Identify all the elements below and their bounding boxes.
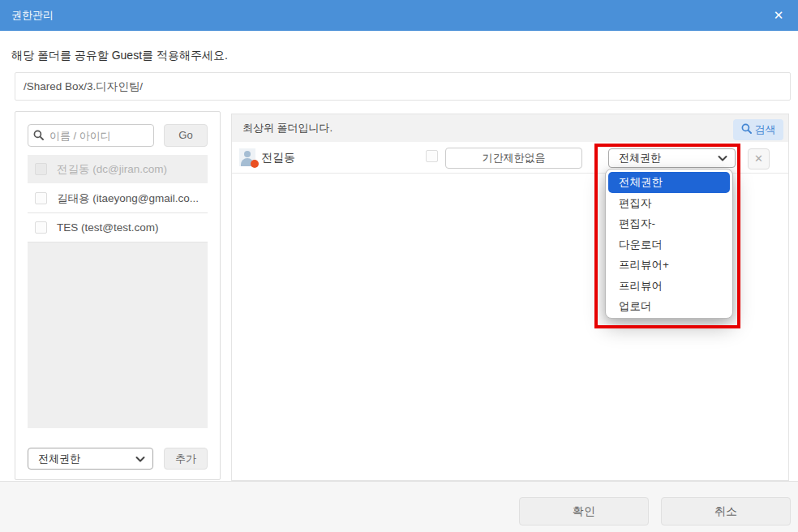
chevron-down-icon xyxy=(718,152,727,165)
search-icon xyxy=(33,130,44,143)
permission-dialog: 권한관리 ✕ 해당 폴더를 공유할 Guest를 적용해주세요. /Shared… xyxy=(0,0,798,532)
cancel-button[interactable]: 취소 xyxy=(661,497,791,526)
dialog-title: 권한관리 xyxy=(11,0,54,31)
dropdown-option-downloader[interactable]: 다운로더 xyxy=(606,234,732,255)
search-button-label: 검색 xyxy=(755,122,776,137)
dropdown-option-previewer[interactable]: 프리뷰어 xyxy=(606,276,732,297)
user1-label: 전길동 (dc@jiran.com) xyxy=(57,162,167,177)
search-button[interactable]: 검색 xyxy=(733,119,783,140)
period-limit-button[interactable]: 기간제한없음 xyxy=(445,148,582,169)
guest-permission-value: 전체권한 xyxy=(619,151,661,165)
list-item-user2[interactable]: 길태용 (itaeyong@gmail.co... xyxy=(28,184,208,213)
dialog-subtitle: 해당 폴더를 공유할 Guest를 적용해주세요. xyxy=(11,49,228,63)
user2-checkbox[interactable] xyxy=(35,192,47,204)
search-input-wrap xyxy=(28,124,154,147)
search-icon xyxy=(741,123,752,136)
user3-label: TES (test@test.com) xyxy=(57,221,158,234)
guest-name: 전길동 xyxy=(261,142,295,174)
avatar-status-dot xyxy=(251,160,259,168)
add-button[interactable]: 추가 xyxy=(164,448,208,470)
user-avatar xyxy=(239,148,255,166)
list-item-user3[interactable]: TES (test@test.com) xyxy=(28,213,208,242)
chevron-down-icon xyxy=(135,453,145,465)
dropdown-option-uploader[interactable]: 업로더 xyxy=(606,296,732,317)
list-item-user1: 전길동 (dc@jiran.com) xyxy=(28,155,208,184)
guest-row-checkbox[interactable] xyxy=(426,150,438,162)
guest-user-list: 전길동 (dc@jiran.com) 길태용 (itaeyong@gmail.c… xyxy=(28,155,208,428)
add-permission-value: 전체권한 xyxy=(38,452,80,466)
dropdown-option-editor-minus[interactable]: 편집자- xyxy=(606,213,732,234)
search-input[interactable] xyxy=(28,124,154,147)
user1-checkbox xyxy=(35,163,47,175)
remove-guest-icon[interactable]: ✕ xyxy=(748,148,770,169)
dropdown-option-full[interactable]: 전체권한 xyxy=(608,172,730,193)
avatar-head xyxy=(244,151,251,157)
user3-checkbox[interactable] xyxy=(35,221,47,234)
guest-search-panel: Go 전길동 (dc@jiran.com) 길태용 (itaeyong@gmai… xyxy=(15,111,221,480)
close-icon[interactable]: ✕ xyxy=(767,0,790,31)
user2-label: 길태용 (itaeyong@gmail.co... xyxy=(57,191,199,206)
top-folder-message: 최상위 폴더입니다. xyxy=(242,114,332,142)
right-panel-header: 최상위 폴더입니다. 검색 xyxy=(232,114,788,142)
folder-path-field: /Shared Box/3.디자인팀/ xyxy=(15,72,791,101)
dropdown-option-editor[interactable]: 편집자 xyxy=(606,193,732,214)
go-button[interactable]: Go xyxy=(164,124,208,147)
add-permission-select[interactable]: 전체권한 xyxy=(28,448,153,470)
dialog-footer: 확인 취소 xyxy=(0,481,798,532)
dropdown-option-previewer-plus[interactable]: 프리뷰어+ xyxy=(606,255,732,276)
permission-dropdown-menu: 전체권한 편집자 편집자- 다운로더 프리뷰어+ 프리뷰어 업로더 xyxy=(605,169,733,319)
guest-permission-select[interactable]: 전체권한 xyxy=(608,148,736,168)
confirm-button[interactable]: 확인 xyxy=(519,497,649,526)
dialog-titlebar: 권한관리 ✕ xyxy=(0,0,798,31)
